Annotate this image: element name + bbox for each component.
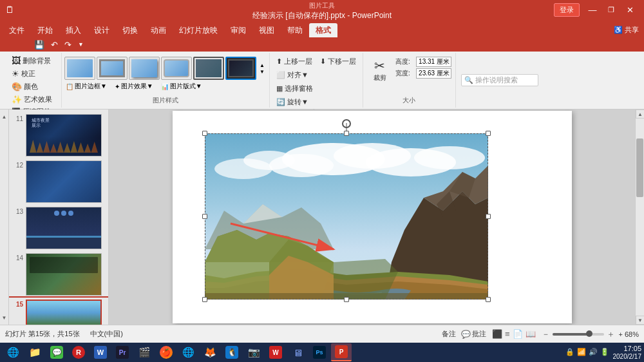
minimize-button[interactable]: — <box>583 3 601 16</box>
undo-qa-button[interactable]: ↶ <box>49 39 60 50</box>
select-pane-button[interactable]: ▦ 选择窗格 <box>274 82 316 95</box>
taskbar-icon-wechat[interactable]: 💬 <box>46 343 67 361</box>
handle-tm[interactable] <box>344 131 349 136</box>
tab-format[interactable]: 格式 <box>309 23 337 37</box>
selected-image-container[interactable] <box>205 133 488 300</box>
align-button[interactable]: ⬜ 对齐▼ <box>274 69 311 81</box>
taskbar-icon-browser[interactable]: 🌐 <box>178 343 198 361</box>
pic-border-button[interactable]: 📋 图片边框▼ <box>64 81 108 91</box>
handle-tr[interactable] <box>486 131 491 136</box>
taskbar-icon-video[interactable]: 🎬 <box>134 343 155 361</box>
pic-effect-button[interactable]: ✦ 图片效果▼ <box>113 81 155 91</box>
up-layer-button[interactable]: ⬆ 上移一层 <box>274 55 315 68</box>
taskbar-icons: 🌐 📁 💬 R W Pr 🎬 🍎 🌐 <box>3 343 352 361</box>
notes-button[interactable]: 备注 <box>442 329 456 339</box>
restore-button[interactable]: ❐ <box>602 3 620 16</box>
handle-br[interactable] <box>486 297 491 302</box>
tab-slideshow[interactable]: 幻灯片放映 <box>173 23 224 37</box>
battery-icon: 🔋 <box>600 348 609 356</box>
scroll-thumb[interactable] <box>636 138 643 198</box>
remove-bg-button[interactable]: 🖼 删除背景 <box>9 54 53 67</box>
share-button[interactable]: ♿ 共享 <box>609 23 644 37</box>
search-box[interactable]: 🔍 操作说明搜索 <box>461 74 538 86</box>
zoom-out-button[interactable]: － <box>542 329 550 340</box>
network-icon[interactable]: 📶 <box>577 348 586 356</box>
reading-view-button[interactable]: 📖 <box>525 329 536 339</box>
pic-style-2[interactable] <box>97 57 128 80</box>
clock[interactable]: 17:05 2020/2/17 <box>613 344 642 361</box>
handle-tl[interactable] <box>202 131 207 136</box>
handle-mr[interactable] <box>486 214 491 219</box>
left-scroll-down[interactable]: ▼ <box>0 313 9 322</box>
tab-transitions[interactable]: 切换 <box>116 23 144 37</box>
pic-layout-button[interactable]: 📊 图片版式▼ <box>160 81 204 91</box>
slide-item-12[interactable]: 12 <box>9 158 108 205</box>
comment-button[interactable]: 💬 批注 <box>461 329 486 339</box>
taskbar-icon-photo[interactable]: 📷 <box>243 343 264 361</box>
slide-item-11[interactable]: 11 城市夜景展示 <box>9 112 108 158</box>
tab-insert[interactable]: 插入 <box>59 23 88 37</box>
tab-view[interactable]: 视图 <box>252 23 281 37</box>
volume-icon[interactable]: 🔊 <box>589 348 598 356</box>
taskbar-icon-files[interactable]: 📁 <box>24 343 45 361</box>
notes-view-button[interactable]: 📄 <box>512 329 524 339</box>
close-button[interactable]: ✕ <box>621 3 639 16</box>
outline-view-button[interactable]: ≡ <box>504 329 511 339</box>
crop-button[interactable]: ✂ 裁剪 <box>367 57 393 84</box>
taskbar-icon-word[interactable]: W <box>90 343 111 361</box>
login-button[interactable]: 登录 <box>554 3 580 17</box>
tab-design[interactable]: 设计 <box>88 23 116 37</box>
taskbar-icon-app2[interactable]: 🍎 <box>156 343 176 361</box>
art-effect-button[interactable]: ✨ 艺术效果 <box>9 93 55 106</box>
slide-item-13[interactable]: 13 <box>9 205 108 251</box>
down-layer-button[interactable]: ⬇ 下移一层 <box>317 55 359 68</box>
taskbar-icon-ps[interactable]: Ps <box>309 343 330 361</box>
color-button[interactable]: 🎨 颜色 <box>9 81 41 93</box>
save-qa-button[interactable]: 💾 <box>32 39 46 50</box>
scroll-down-arrow[interactable]: ▼ <box>636 316 644 325</box>
rotate-button[interactable]: 🔄 旋转▼ <box>274 96 311 108</box>
pic-style-5[interactable] <box>193 57 224 80</box>
tab-home[interactable]: 开始 <box>31 23 59 37</box>
taskbar-icon-app1[interactable]: R <box>68 343 89 361</box>
date-display: 2020/2/17 <box>613 353 642 361</box>
slide-info: 幻灯片 第15张，共15张 <box>5 329 80 339</box>
height-input[interactable] <box>416 57 451 67</box>
pic-style-4[interactable] <box>161 57 192 80</box>
handle-ml[interactable] <box>202 214 207 219</box>
canvas-area[interactable] <box>109 110 635 325</box>
taskbar-icon-qq[interactable]: 🐧 <box>222 343 242 361</box>
tab-help[interactable]: 帮助 <box>281 23 309 37</box>
scroll-up-arrow[interactable]: ▲ <box>636 110 644 119</box>
left-scroll-up[interactable]: ▲ <box>0 112 9 121</box>
qa-more-button[interactable]: ▼ <box>76 41 86 48</box>
pic-style-3[interactable] <box>129 57 160 80</box>
pic-style-6[interactable] <box>225 57 256 80</box>
tab-file[interactable]: 文件 <box>3 23 31 37</box>
handle-bl[interactable] <box>202 297 207 302</box>
taskbar-icon-firefox[interactable]: 🦊 <box>200 343 220 361</box>
tab-animations[interactable]: 动画 <box>144 23 173 37</box>
slide-item-14[interactable]: 14 <box>9 251 108 298</box>
pic-style-1[interactable] <box>64 57 95 80</box>
correct-button[interactable]: ☀ 校正 <box>9 68 38 80</box>
zoom-control[interactable]: － ＋ + 68% <box>542 329 639 340</box>
scroll-track[interactable] <box>636 119 644 316</box>
slide-item-15[interactable]: 15 <box>9 298 108 325</box>
taskbar-icon-weather[interactable]: 🌐 <box>3 343 23 361</box>
handle-bm[interactable] <box>344 297 349 302</box>
ribbon: 🖼 删除背景 ☀ 校正 🎨 颜色 ✨ 艺术效果 ⬛ 压缩图片 🔄 <box>0 52 644 110</box>
normal-view-button[interactable]: ⬛ <box>491 329 503 339</box>
zoom-in-button[interactable]: ＋ <box>607 329 615 340</box>
taskbar-icon-premiere[interactable]: Pr <box>112 343 133 361</box>
width-input[interactable] <box>416 68 451 79</box>
redo-qa-button[interactable]: ↷ <box>62 39 73 50</box>
tab-review[interactable]: 审阅 <box>224 23 252 37</box>
pic-style-more[interactable]: ▲ ▼ <box>258 57 267 80</box>
taskbar-icon-desktop[interactable]: 🖥 <box>287 343 308 361</box>
taskbar-icon-wps[interactable]: W <box>265 343 286 361</box>
quick-access-toolbar: 💾 ↶ ↷ ▼ <box>0 37 644 52</box>
lock-icon: 🔒 <box>565 348 574 356</box>
taskbar-icon-ppt[interactable]: P <box>331 343 352 361</box>
zoom-slider[interactable] <box>553 333 604 336</box>
